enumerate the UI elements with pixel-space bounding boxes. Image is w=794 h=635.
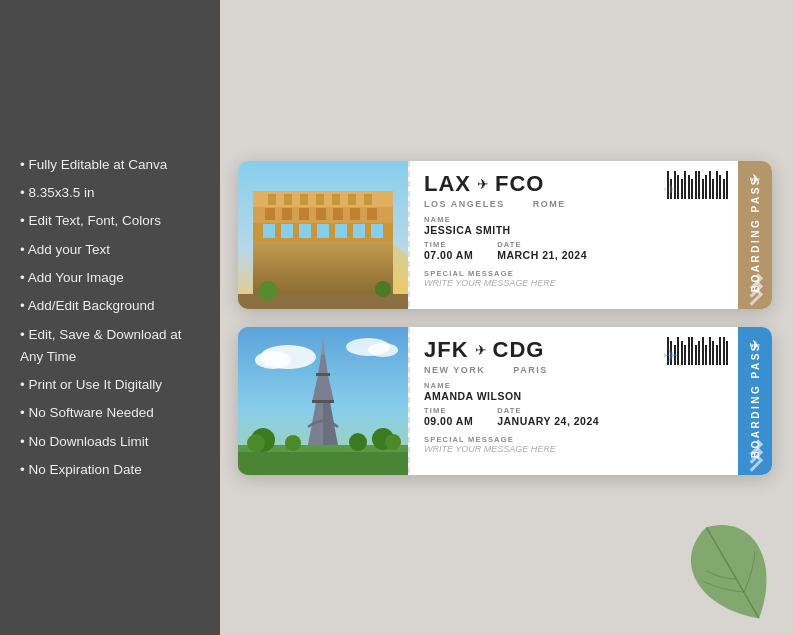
dest-city-1: ROME: [533, 199, 566, 209]
boarding-pass-body-2: JFK ✈ CDG: [410, 327, 738, 475]
svg-rect-21: [284, 194, 292, 205]
bar: [698, 341, 700, 365]
fields-1: NAME JESSICA SMITH TIME 07.00 AM DATE MA…: [424, 215, 726, 288]
time-value-2: 09.00 AM: [424, 415, 473, 427]
feature-item: No Expiration Date: [20, 456, 200, 484]
name-label-1: NAME: [424, 215, 726, 224]
bar: [723, 337, 725, 365]
origin-code-2: JFK: [424, 337, 469, 363]
svg-rect-36: [238, 452, 408, 475]
svg-point-29: [375, 281, 391, 297]
route-2: JFK ✈ CDG: [424, 337, 726, 363]
feature-item: 8.35x3.5 in: [20, 179, 200, 207]
svg-rect-6: [299, 224, 311, 238]
bar: [691, 179, 693, 199]
bar: [695, 171, 697, 199]
feature-item: Edit Text, Font, Colors: [20, 207, 200, 235]
route-cities-2: NEW YORK PARIS: [424, 365, 726, 375]
content-area: LAX ✈ FCO: [220, 0, 794, 635]
date-label-2: DATE: [497, 406, 599, 415]
special-field-1: SPECIAL MESSAGE WRITE YOUR MESSAGE HERE: [424, 269, 726, 288]
bar: [716, 345, 718, 365]
feature-item: Add Your Image: [20, 264, 200, 292]
date-value-2: JANUARY 24, 2024: [497, 415, 599, 427]
svg-rect-9: [353, 224, 365, 238]
boarding-pass-1: LAX ✈ FCO: [238, 161, 772, 309]
boarding-pass-strip-1: ✈ BOARDING PASS: [738, 161, 772, 309]
svg-rect-14: [299, 208, 309, 220]
svg-rect-26: [364, 194, 372, 205]
map-plane-icon-2: ✈: [663, 345, 678, 367]
feature-item: Add/Edit Background: [20, 292, 200, 320]
route-1: LAX ✈ FCO: [424, 171, 726, 197]
origin-city-2: NEW YORK: [424, 365, 485, 375]
bar: [695, 345, 697, 365]
svg-rect-8: [335, 224, 347, 238]
date-label-1: DATE: [497, 240, 587, 249]
feature-item: Add your Text: [20, 236, 200, 264]
time-value-1: 07.00 AM: [424, 249, 473, 261]
route-cities-1: LOS ANGELES ROME: [424, 199, 726, 209]
svg-rect-5: [281, 224, 293, 238]
route-arrow-2: ✈: [475, 342, 487, 358]
bar: [705, 345, 707, 365]
name-value-1: JESSICA SMITH: [424, 224, 726, 236]
features-list: Fully Editable at Canva 8.35x3.5 in Edit…: [20, 151, 200, 484]
time-field-1: TIME 07.00 AM: [424, 240, 473, 261]
time-label-1: TIME: [424, 240, 473, 249]
bar: [726, 341, 728, 365]
origin-code-1: LAX: [424, 171, 471, 197]
bar: [719, 175, 721, 199]
leaf-decoration: [674, 515, 794, 635]
time-field-2: TIME 09.00 AM: [424, 406, 473, 427]
name-value-2: AMANDA WILSON: [424, 390, 726, 402]
bar: [705, 175, 707, 199]
bar: [681, 341, 683, 365]
svg-rect-16: [333, 208, 343, 220]
bar: [702, 179, 704, 199]
svg-rect-42: [312, 400, 334, 403]
time-label-2: TIME: [424, 406, 473, 415]
bar: [691, 337, 693, 365]
fields-2: NAME AMANDA WILSON TIME 09.00 AM DATE JA…: [424, 381, 726, 454]
svg-rect-15: [316, 208, 326, 220]
feature-item: No Downloads Limit: [20, 428, 200, 456]
bar: [698, 171, 700, 199]
bar: [712, 179, 714, 199]
svg-rect-12: [265, 208, 275, 220]
name-label-2: NAME: [424, 381, 726, 390]
route-arrow-1: ✈: [477, 176, 489, 192]
bar: [712, 341, 714, 365]
bar: [684, 171, 686, 199]
special-field-2: SPECIAL MESSAGE WRITE YOUR MESSAGE HERE: [424, 435, 726, 454]
feature-item: Print or Use It Digitally: [20, 371, 200, 399]
bar: [688, 175, 690, 199]
svg-point-28: [258, 281, 278, 301]
bar: [702, 337, 704, 365]
svg-rect-24: [332, 194, 340, 205]
svg-rect-22: [300, 194, 308, 205]
name-field-1: NAME JESSICA SMITH: [424, 215, 726, 236]
date-value-1: MARCH 21, 2024: [497, 249, 587, 261]
svg-rect-10: [371, 224, 383, 238]
svg-rect-7: [317, 224, 329, 238]
date-field-2: DATE JANUARY 24, 2024: [497, 406, 599, 427]
bar: [723, 179, 725, 199]
bar: [684, 345, 686, 365]
origin-city-1: LOS ANGELES: [424, 199, 505, 209]
time-date-row-1: TIME 07.00 AM DATE MARCH 21, 2024: [424, 240, 726, 261]
svg-point-49: [349, 433, 367, 451]
colosseum-image: [238, 161, 408, 309]
destination-photo-2: [238, 327, 408, 475]
boarding-pass-strip-2: ✈ BOARDING PASS: [738, 327, 772, 475]
strip-chevrons-2: [747, 444, 763, 467]
svg-point-48: [285, 435, 301, 451]
dest-code-1: FCO: [495, 171, 544, 197]
bar: [716, 171, 718, 199]
sidebar: Fully Editable at Canva 8.35x3.5 in Edit…: [0, 0, 220, 635]
time-date-row-2: TIME 09.00 AM DATE JANUARY 24, 2024: [424, 406, 726, 427]
date-field-1: DATE MARCH 21, 2024: [497, 240, 587, 261]
feature-item: No Software Needed: [20, 399, 200, 427]
strip-chevrons-1: [747, 278, 763, 301]
svg-rect-43: [316, 373, 330, 376]
